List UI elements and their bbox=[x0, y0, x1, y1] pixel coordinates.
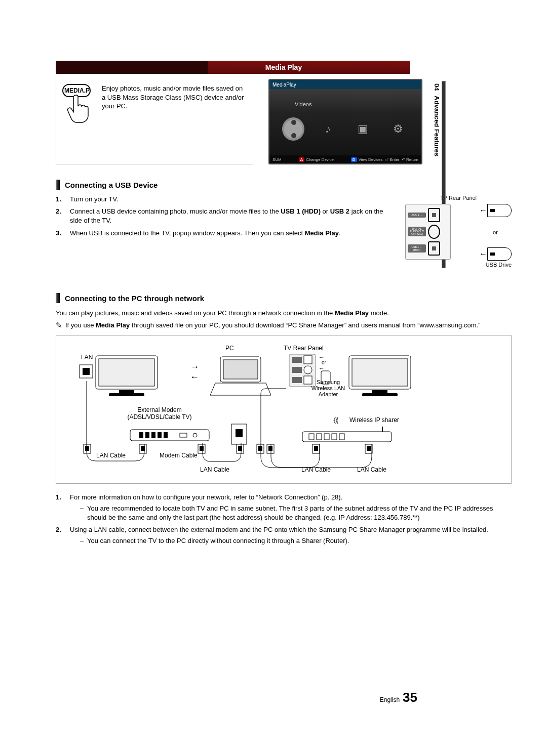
or-label: or bbox=[479, 229, 512, 235]
tv-hint-view: DView Devices ⏎ Enter ↶ Return bbox=[351, 157, 418, 162]
sum-label: SUM bbox=[272, 157, 282, 162]
section-tab: 04 Advanced Features bbox=[433, 83, 441, 156]
heading-pc-network: Connecting to the PC through network bbox=[56, 293, 512, 303]
port-usb2-icon bbox=[428, 208, 440, 222]
key-a-icon: A bbox=[299, 157, 305, 162]
key-d-icon: D bbox=[351, 157, 357, 162]
tv-hint-change: AChange Device bbox=[299, 157, 334, 162]
footer-lang: English bbox=[380, 696, 400, 703]
usb-drive-label: USB Drive bbox=[405, 262, 512, 268]
tv-ui-screenshot: MediaPlay Videos ♪ ▣ ⚙ SUM AChange Devic… bbox=[268, 79, 422, 164]
settings-gear-icon: ⚙ bbox=[387, 118, 409, 140]
pc-network-note: ✎ If you use Media Play through saved fi… bbox=[56, 321, 512, 329]
port-usb1-icon bbox=[428, 241, 440, 256]
media-play-banner: Media Play bbox=[56, 61, 410, 74]
music-icon: ♪ bbox=[317, 118, 339, 140]
port-usb2-label: USB 2 → bbox=[408, 213, 426, 218]
rear-panel-label: TV Rear Panel bbox=[405, 195, 512, 201]
usb-plug-bottom-icon: ← bbox=[479, 247, 512, 261]
pc-steps-list: For more information on how to configure… bbox=[56, 493, 512, 546]
lbl-lan-cable-3: LAN Cable bbox=[301, 466, 331, 473]
pc-step-1-sub-1: You are recommended to locate both TV an… bbox=[80, 504, 512, 522]
intro-text: Enjoy photos, music and/or movie files s… bbox=[96, 84, 247, 164]
usb-step-3: When USB is connected to the TV, popup w… bbox=[56, 229, 395, 238]
hand-press-icon bbox=[66, 93, 90, 123]
tv-rear-panel-graphic: USB 2 → DIGITALAUDIO OUT(OPTICAL) USB 1 … bbox=[405, 204, 451, 260]
lbl-lan-cable-1: LAN Cable bbox=[96, 452, 126, 459]
lbl-modem-cable: Modem Cable bbox=[160, 452, 198, 459]
port-optical-label: DIGITALAUDIO OUT(OPTICAL) bbox=[408, 227, 426, 236]
lbl-lan-cable-4: LAN Cable bbox=[357, 466, 386, 473]
usb-steps-list: Turn on your TV. Connect a USB device co… bbox=[56, 195, 395, 238]
videos-reel-icon bbox=[282, 118, 304, 140]
pc-step-2-sub-1: You can connect the TV to the PC directl… bbox=[80, 536, 512, 545]
port-usb1-label: USB 1 →(HDD) bbox=[408, 244, 426, 253]
usb-step-2: Connect a USB device containing photo, m… bbox=[56, 207, 395, 225]
photos-icon: ▣ bbox=[352, 118, 374, 140]
section-number: 04 bbox=[433, 83, 441, 91]
note-icon: ✎ bbox=[56, 321, 62, 329]
pc-step-2: Using a LAN cable, connect between the e… bbox=[56, 525, 512, 545]
tv-category-videos: Videos bbox=[295, 101, 311, 107]
lbl-lan-cable-2: LAN Cable bbox=[200, 466, 229, 473]
footer-page-number: 35 bbox=[403, 690, 417, 705]
banner-title: Media Play bbox=[265, 63, 302, 71]
usb-diagram: TV Rear Panel USB 2 → DIGITALAUDIO OUT(O… bbox=[405, 195, 512, 268]
usb-step-1: Turn on your TV. bbox=[56, 195, 395, 204]
intro-panel: MEDIA.P Enjoy photos, music and/or movie… bbox=[56, 79, 253, 164]
pc-step-1: For more information on how to configure… bbox=[56, 493, 512, 523]
port-optical-icon bbox=[428, 225, 440, 239]
page-footer: English 35 bbox=[380, 690, 417, 705]
pc-network-intro: You can play pictures, music and videos … bbox=[56, 308, 512, 318]
section-label: Advanced Features bbox=[433, 96, 441, 156]
network-diagram-box: PC TV Rear Panel LAN → ← bbox=[56, 335, 512, 484]
usb-plug-top-icon: ← bbox=[479, 204, 512, 217]
tv-topbar: MediaPlay bbox=[269, 80, 421, 89]
